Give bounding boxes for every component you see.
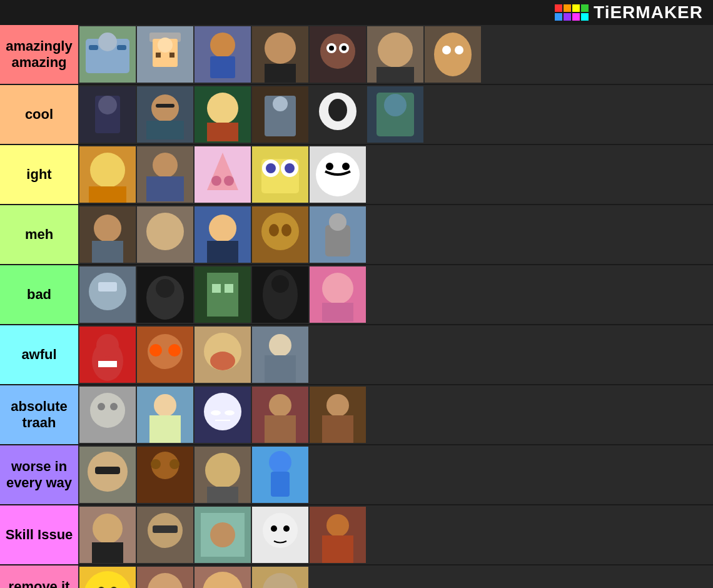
svg-point-115 bbox=[90, 393, 125, 428]
tier-item-c6[interactable] bbox=[367, 86, 423, 143]
tier-item-si5[interactable] bbox=[310, 507, 366, 563]
svg-point-112 bbox=[269, 334, 291, 357]
tier-item-at5[interactable] bbox=[310, 387, 366, 443]
tier-item-r4[interactable] bbox=[252, 567, 308, 588]
tier-item-w2[interactable] bbox=[137, 447, 193, 503]
tier-item-c5[interactable] bbox=[310, 86, 366, 143]
svg-point-98 bbox=[322, 273, 353, 304]
svg-rect-71 bbox=[92, 241, 123, 263]
svg-point-83 bbox=[329, 213, 346, 231]
tier-item-i3[interactable] bbox=[195, 146, 251, 203]
tier-row-amazingly-amazing: amazingly amazing bbox=[0, 25, 713, 85]
tier-item-at1[interactable] bbox=[79, 387, 136, 443]
tier-items-absolute-traah bbox=[78, 385, 713, 444]
tier-row-bad: bad bbox=[0, 265, 713, 325]
tier-item-i5[interactable] bbox=[310, 146, 366, 203]
svg-point-158 bbox=[326, 514, 349, 537]
tier-item-w1[interactable] bbox=[79, 447, 136, 503]
tier-item-i2[interactable] bbox=[137, 146, 193, 203]
tier-item-b5[interactable] bbox=[310, 266, 366, 323]
tier-item-r1[interactable] bbox=[79, 567, 136, 588]
svg-rect-86 bbox=[98, 282, 117, 291]
tier-item-b2[interactable] bbox=[137, 266, 193, 323]
svg-rect-3 bbox=[89, 45, 98, 50]
tier-item-b4[interactable] bbox=[252, 266, 308, 323]
svg-point-96 bbox=[271, 275, 289, 293]
svg-rect-4 bbox=[117, 45, 126, 50]
svg-point-155 bbox=[271, 525, 277, 532]
tier-item-c3[interactable] bbox=[195, 86, 251, 143]
svg-rect-16 bbox=[265, 64, 296, 83]
tier-item-b1[interactable] bbox=[79, 266, 136, 323]
tier-item-i1[interactable] bbox=[79, 146, 136, 203]
svg-point-12 bbox=[210, 33, 235, 58]
svg-point-124 bbox=[225, 410, 235, 415]
tier-label-bad: bad bbox=[0, 265, 78, 324]
tier-item-w4[interactable] bbox=[252, 447, 308, 503]
tier-item-c1[interactable] bbox=[79, 86, 136, 143]
svg-point-2 bbox=[98, 33, 117, 51]
svg-point-75 bbox=[209, 215, 236, 242]
tier-item-si2[interactable] bbox=[137, 507, 193, 563]
tier-item-si4[interactable] bbox=[252, 507, 308, 563]
tier-item-m1[interactable] bbox=[79, 206, 136, 263]
svg-point-117 bbox=[110, 403, 118, 410]
svg-rect-143 bbox=[271, 472, 290, 497]
tier-items-ight bbox=[78, 145, 713, 204]
tier-item-aw2[interactable] bbox=[137, 327, 193, 383]
tier-item-r3[interactable] bbox=[195, 567, 251, 588]
svg-rect-51 bbox=[89, 186, 126, 203]
svg-point-67 bbox=[326, 163, 333, 170]
tier-item-at2[interactable] bbox=[137, 387, 193, 443]
tier-item-c4[interactable] bbox=[252, 86, 308, 143]
logo-cell-3 bbox=[572, 4, 580, 12]
svg-point-38 bbox=[207, 93, 238, 124]
svg-point-79 bbox=[269, 224, 279, 236]
header: TiERMAKER bbox=[0, 0, 713, 25]
tier-label-awful: awful bbox=[0, 325, 78, 384]
tier-item-m3[interactable] bbox=[195, 206, 251, 263]
tier-items-skill-issue bbox=[78, 505, 713, 564]
svg-rect-25 bbox=[377, 67, 414, 83]
tier-item-i4[interactable] bbox=[252, 146, 308, 203]
tier-item-aa1[interactable] bbox=[79, 26, 136, 83]
tier-item-w3[interactable] bbox=[195, 447, 251, 503]
tier-item-si3[interactable] bbox=[195, 507, 251, 563]
svg-point-32 bbox=[98, 96, 117, 114]
tier-item-aw1[interactable] bbox=[79, 327, 136, 383]
tier-item-m4[interactable] bbox=[252, 206, 308, 263]
svg-point-68 bbox=[342, 163, 350, 170]
tier-item-si1[interactable] bbox=[79, 507, 136, 563]
tier-item-aa3[interactable] bbox=[195, 26, 251, 83]
tier-item-m2[interactable] bbox=[137, 206, 193, 263]
svg-rect-9 bbox=[156, 53, 161, 58]
tier-item-aa6[interactable] bbox=[367, 26, 423, 83]
svg-point-24 bbox=[378, 33, 413, 68]
tier-item-r2[interactable] bbox=[137, 567, 193, 588]
tier-items-awful bbox=[78, 325, 713, 384]
svg-point-78 bbox=[261, 213, 299, 250]
tier-items-meh bbox=[78, 205, 713, 264]
tier-item-aw3[interactable] bbox=[195, 327, 251, 383]
tier-item-aa5[interactable] bbox=[310, 26, 366, 83]
tier-item-aa4[interactable] bbox=[252, 26, 308, 83]
tier-label-amazingly-amazing: amazingly amazing bbox=[0, 25, 78, 84]
svg-point-106 bbox=[149, 344, 162, 357]
svg-point-110 bbox=[210, 352, 235, 370]
tier-item-at3[interactable] bbox=[195, 387, 251, 443]
tier-item-aa7[interactable] bbox=[425, 26, 481, 83]
tier-item-aw4[interactable] bbox=[252, 327, 308, 383]
tier-item-aa2[interactable] bbox=[137, 26, 193, 83]
logo-cell-6 bbox=[564, 13, 571, 21]
svg-rect-35 bbox=[156, 104, 174, 108]
tier-item-at4[interactable] bbox=[252, 387, 308, 443]
tier-row-cool: cool bbox=[0, 85, 713, 145]
svg-point-156 bbox=[283, 525, 290, 532]
tier-item-m5[interactable] bbox=[310, 206, 366, 263]
svg-rect-92 bbox=[212, 284, 221, 293]
svg-point-122 bbox=[204, 393, 241, 430]
svg-point-64 bbox=[285, 163, 295, 173]
tier-item-b3[interactable] bbox=[195, 266, 251, 323]
tier-item-c2[interactable] bbox=[137, 86, 193, 143]
svg-rect-10 bbox=[169, 53, 174, 58]
